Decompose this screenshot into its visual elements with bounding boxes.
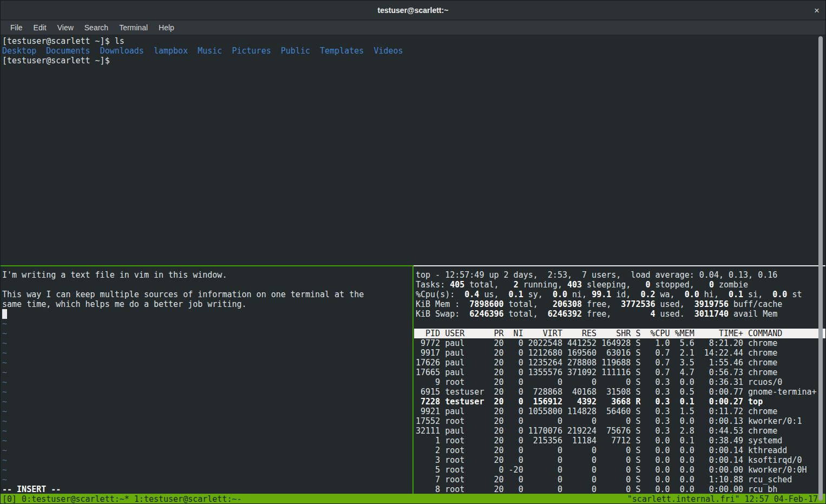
vim-tilde-line: ~ <box>2 436 412 446</box>
vim-text-line: This way I can keep multiple sources of … <box>2 290 412 299</box>
window-titlebar[interactable]: testuser@scarlett:~ × <box>1 1 825 20</box>
vim-tilde-line: ~ <box>2 446 412 455</box>
top-summary-line: Tasks: 405 total, 2 running, 403 sleepin… <box>416 280 826 290</box>
close-icon[interactable]: × <box>814 5 820 15</box>
menu-item-file[interactable]: File <box>5 23 28 32</box>
menu-item-view[interactable]: View <box>52 23 79 32</box>
process-row: 1 root 20 0 215356 11184 7712 S 0.0 0.1 … <box>416 436 826 446</box>
vim-tilde-line: ~ <box>2 475 412 485</box>
menu-item-search[interactable]: Search <box>79 23 114 32</box>
tmux-status-right: "scarlett.internal.fri" 12:57 04-Feb-17 <box>627 494 818 504</box>
terminal-window: testuser@scarlett:~ × FileEditViewSearch… <box>0 0 826 504</box>
process-row: 9917 paul 20 0 1212680 169560 63016 S 0.… <box>416 348 826 358</box>
tmux-status-bar: [0] 0:testuser@scarlett:~* 1:testuser@sc… <box>1 494 825 504</box>
vim-tilde-line: ~ <box>2 329 412 338</box>
ls-entry-pictures: Pictures <box>232 46 271 56</box>
process-row: 7228 testuser 20 0 156912 4392 3668 R 0.… <box>416 397 826 407</box>
vim-text-lines: I'm writing a text file in vim in this w… <box>2 270 412 309</box>
menu-bar: FileEditViewSearchTerminalHelp <box>1 21 825 35</box>
ls-entry-videos: Videos <box>373 46 403 56</box>
vim-tilde-line: ~ <box>2 426 412 436</box>
vim-tilde-line: ~ <box>2 358 412 368</box>
vim-mode-indicator: -- INSERT -- <box>2 485 412 494</box>
vim-tilde-line: ~ <box>2 465 412 475</box>
vim-tilde-line: ~ <box>2 368 412 377</box>
ls-entry-documents: Documents <box>46 46 90 56</box>
shell-prompt-line-1: [testuser@scarlett ~]$ ls <box>2 36 826 46</box>
process-row: 9772 paul 20 0 2022548 441252 164928 S 1… <box>416 338 826 348</box>
scrollbar-thumb[interactable] <box>818 36 823 501</box>
vim-cursor-line <box>2 309 412 319</box>
vim-tilde-line: ~ <box>2 319 412 329</box>
ls-entry-downloads: Downloads <box>100 46 144 56</box>
process-row: 32111 paul 20 0 1170076 219224 75676 S 0… <box>416 426 826 436</box>
vim-tilde-line: ~ <box>2 455 412 465</box>
vim-tilde-line: ~ <box>2 416 412 426</box>
process-row: 8 root 20 0 0 0 0 S 0.0 0.0 0:00.00 rcu_… <box>416 485 826 494</box>
menu-item-terminal[interactable]: Terminal <box>114 23 153 32</box>
ls-entry-music: Music <box>198 46 222 56</box>
process-row: 9921 paul 20 0 1055800 114828 56460 S 0.… <box>416 407 826 416</box>
vim-text-line: I'm writing a text file in vim in this w… <box>2 270 412 280</box>
tmux-status-left: [0] 0:testuser@scarlett:~* 1:testuser@sc… <box>2 494 242 504</box>
vim-tilde-lines: ~~~~~~~~~~~~~~~~~ <box>2 319 412 485</box>
shell-prompt-line-2: [testuser@scarlett ~]$ <box>2 56 826 66</box>
vim-cursor <box>2 309 7 319</box>
vim-tilde-line: ~ <box>2 407 412 416</box>
vim-tilde-line: ~ <box>2 338 412 348</box>
vim-pane[interactable]: I'm writing a text file in vim in this w… <box>1 266 412 494</box>
vim-text-line <box>2 280 412 290</box>
shell-pane[interactable]: [testuser@scarlett ~]$ ls Desktop Docume… <box>1 35 826 265</box>
top-summary-line: top - 12:57:49 up 2 days, 2:53, 7 users,… <box>416 270 826 280</box>
top-table-header: PID USER PR NI VIRT RES SHR S %CPU %MEM … <box>414 329 826 338</box>
vim-text-line: same time, which helps me do a better jo… <box>2 299 412 309</box>
process-row: 17552 root 20 0 0 0 0 S 0.3 0.0 0:00.13 … <box>416 416 826 426</box>
menu-item-help[interactable]: Help <box>153 23 180 32</box>
top-table-rows: 9772 paul 20 0 2022548 441252 164928 S 1… <box>416 338 826 494</box>
vim-tilde-line: ~ <box>2 387 412 397</box>
vim-tilde-line: ~ <box>2 397 412 407</box>
top-blank-line <box>416 319 826 329</box>
process-row: 9 root 20 0 0 0 0 S 0.3 0.0 0:36.31 rcuo… <box>416 377 826 387</box>
ls-entry-lampbox: lampbox <box>154 46 188 56</box>
vim-tilde-line: ~ <box>2 348 412 358</box>
menu-item-edit[interactable]: Edit <box>28 23 52 32</box>
shell-ls-output: Desktop Documents Downloads lampbox Musi… <box>2 46 826 56</box>
top-summary: top - 12:57:49 up 2 days, 2:53, 7 users,… <box>416 270 826 319</box>
process-row: 17665 paul 20 0 1355576 371092 111116 S … <box>416 368 826 377</box>
vim-tilde-line: ~ <box>2 377 412 387</box>
ls-entry-templates: Templates <box>320 46 364 56</box>
ls-entry-desktop: Desktop <box>2 46 36 56</box>
process-row: 6915 testuser 20 0 728868 40168 31508 S … <box>416 387 826 397</box>
process-row: 3 root 20 0 0 0 0 S 0.0 0.0 0:00.14 ksof… <box>416 455 826 465</box>
window-title: testuser@scarlett:~ <box>378 6 449 15</box>
process-row: 7 root 20 0 0 0 0 S 0.0 0.0 1:10.88 rcu_… <box>416 475 826 485</box>
top-summary-line: KiB Swap: 6246396 total, 6246392 free, 4… <box>416 309 826 319</box>
ls-entry-public: Public <box>281 46 310 56</box>
process-row: 17626 paul 20 0 1235264 278808 119688 S … <box>416 358 826 368</box>
pane-divider-vertical[interactable] <box>412 265 414 494</box>
top-pane[interactable]: top - 12:57:49 up 2 days, 2:53, 7 users,… <box>414 266 826 494</box>
top-summary-line: %Cpu(s): 0.4 us, 0.1 sy, 0.0 ni, 99.1 id… <box>416 290 826 299</box>
process-row: 2 root 20 0 0 0 0 S 0.0 0.0 0:00.14 kthr… <box>416 446 826 455</box>
process-row: 5 root 0 -20 0 0 0 S 0.0 0.0 0:00.00 kwo… <box>416 465 826 475</box>
top-summary-line: KiB Mem : 7898600 total, 206308 free, 37… <box>416 299 826 309</box>
